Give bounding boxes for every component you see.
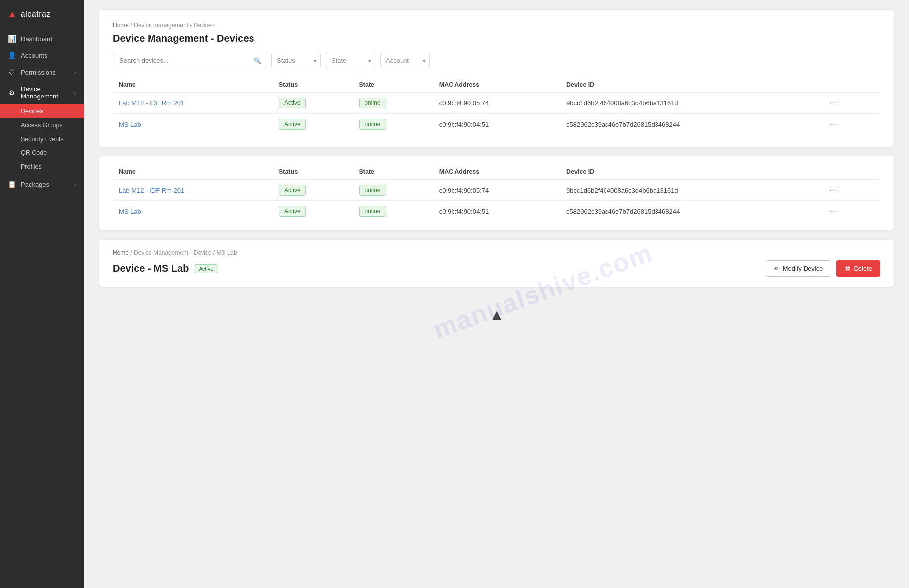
sidebar: ▲ alcatraz 📊 Dashboard 👤 Accounts 🛡 Perm… bbox=[0, 0, 84, 588]
table-row: MS Lab Active online c0:9b:f4:90:04:51 c… bbox=[113, 114, 880, 135]
modify-button-label: Modify Device bbox=[783, 265, 823, 272]
sidebar-item-permissions[interactable]: 🛡 Permissions › bbox=[0, 64, 84, 81]
device-detail-panel: Home / Device Management - Device / MS L… bbox=[99, 240, 894, 287]
sidebar-item-device-management[interactable]: ⚙ Device Management ∧ bbox=[0, 81, 84, 104]
sidebar-item-dashboard[interactable]: 📊 Dashboard bbox=[0, 30, 84, 47]
sub-item-label: Security Events bbox=[21, 136, 64, 143]
device-detail-header: Device - MS Lab Active ✏ Modify Device 🗑… bbox=[113, 260, 880, 277]
col-device-id: Device ID bbox=[560, 77, 819, 93]
status-badge: Active bbox=[279, 185, 306, 196]
search-wrapper: 🔍 bbox=[113, 53, 266, 68]
table-row: Lab M12 - IDF Rm 201 Active online c0:9b… bbox=[113, 180, 880, 201]
main-content: manualshive.com Home / Device management… bbox=[84, 0, 909, 588]
mac-address: c0:9b:f4:90:05:74 bbox=[433, 93, 560, 114]
table-row: MS Lab Active online c0:9b:f4:90:04:51 c… bbox=[113, 201, 880, 222]
breadcrumb-section: Device management - Devices bbox=[134, 22, 214, 29]
device-id: c582962c39ac46e7b7d26815d3468244 bbox=[560, 114, 819, 135]
sidebar-item-label: Device Management bbox=[21, 85, 68, 100]
col-actions bbox=[819, 77, 880, 93]
sidebar-sub-item-security-events[interactable]: Security Events bbox=[0, 132, 84, 146]
col-status-2: Status bbox=[273, 164, 354, 180]
mac-address: c0:9b:f4:90:04:51 bbox=[433, 114, 560, 135]
sub-item-label: Profiles bbox=[21, 163, 42, 170]
modify-device-button[interactable]: ✏ Modify Device bbox=[766, 260, 832, 277]
device-name-link[interactable]: MS Lab bbox=[119, 121, 141, 128]
delete-device-button[interactable]: 🗑 Delete bbox=[836, 260, 880, 277]
chevron-right-icon: › bbox=[75, 182, 76, 187]
status-filter[interactable]: Status Active Inactive bbox=[271, 53, 321, 68]
breadcrumb-home-detail[interactable]: Home bbox=[113, 249, 129, 256]
col-name-2: Name bbox=[113, 164, 273, 180]
delete-icon: 🗑 bbox=[844, 265, 851, 272]
sidebar-sub-item-devices[interactable]: Devices bbox=[0, 104, 84, 118]
mac-address: c0:9b:f4:90:05:74 bbox=[433, 180, 560, 201]
row-more-button[interactable]: ··· bbox=[825, 119, 843, 130]
device-title-row: Device - MS Lab Active bbox=[113, 263, 218, 274]
sidebar-navigation: 📊 Dashboard 👤 Accounts 🛡 Permissions › ⚙… bbox=[0, 26, 84, 196]
sidebar-sub-item-access-groups[interactable]: Access Groups bbox=[0, 118, 84, 132]
logo-text: alcatraz bbox=[21, 10, 50, 19]
device-name-link[interactable]: Lab M12 - IDF Rm 201 bbox=[119, 187, 184, 194]
bottom-logo: ▲ bbox=[99, 296, 894, 328]
logo-icon: ▲ bbox=[8, 9, 17, 19]
state-badge: online bbox=[359, 98, 386, 108]
device-id: c582962c39ac46e7b7d26815d3468244 bbox=[560, 201, 819, 222]
device-status-badge: Active bbox=[194, 264, 218, 273]
device-list-panel: Name Status State MAC Address Device ID … bbox=[99, 156, 894, 230]
breadcrumb-item-detail: MS Lab bbox=[216, 249, 237, 256]
row-more-button[interactable]: ··· bbox=[825, 98, 843, 108]
state-filter[interactable]: State Online Offline bbox=[326, 53, 375, 68]
status-badge: Active bbox=[279, 206, 306, 217]
device-id: 9bcc1d6b2f464008a6c3d4b6ba13161d bbox=[560, 180, 819, 201]
modify-icon: ✏ bbox=[774, 265, 780, 272]
col-state-2: State bbox=[354, 164, 433, 180]
state-badge: online bbox=[359, 185, 386, 196]
sidebar-item-packages[interactable]: 📋 Packages › bbox=[0, 176, 84, 193]
col-device-id-2: Device ID bbox=[560, 164, 819, 180]
col-mac-2: MAC Address bbox=[433, 164, 560, 180]
device-management-icon: ⚙ bbox=[8, 89, 16, 97]
devices-table: Name Status State MAC Address Device ID … bbox=[113, 77, 880, 135]
col-actions-2 bbox=[819, 164, 880, 180]
sidebar-sub-item-profiles[interactable]: Profiles bbox=[0, 160, 84, 174]
breadcrumb-section-detail: Device Management - Device bbox=[134, 249, 211, 256]
devices-table-2: Name Status State MAC Address Device ID … bbox=[113, 164, 880, 222]
col-mac: MAC Address bbox=[433, 77, 560, 93]
state-badge: online bbox=[359, 119, 386, 130]
sidebar-item-label: Packages bbox=[21, 181, 70, 188]
filters-row: 🔍 Status Active Inactive State Online Of… bbox=[113, 53, 880, 68]
chevron-right-icon: › bbox=[75, 70, 76, 75]
device-detail-title: Device - MS Lab bbox=[113, 263, 189, 274]
status-badge: Active bbox=[279, 98, 306, 108]
sidebar-item-label: Permissions bbox=[21, 69, 70, 76]
mac-address: c0:9b:f4:90:04:51 bbox=[433, 201, 560, 222]
sidebar-item-label: Accounts bbox=[21, 52, 76, 59]
sidebar-logo: ▲ alcatraz bbox=[0, 0, 84, 26]
chevron-down-icon: ∧ bbox=[73, 90, 76, 96]
col-state: State bbox=[354, 77, 433, 93]
search-icon: 🔍 bbox=[254, 57, 261, 64]
col-status: Status bbox=[273, 77, 354, 93]
account-filter-wrapper: Account bbox=[380, 53, 430, 68]
table-row: Lab M12 - IDF Rm 201 Active online c0:9b… bbox=[113, 93, 880, 114]
device-management-panel: Home / Device management - Devices Devic… bbox=[99, 10, 894, 147]
device-name-link[interactable]: MS Lab bbox=[119, 208, 141, 215]
account-filter[interactable]: Account bbox=[380, 53, 430, 68]
device-name-link[interactable]: Lab M12 - IDF Rm 201 bbox=[119, 99, 184, 107]
status-filter-wrapper: Status Active Inactive bbox=[271, 53, 321, 68]
packages-icon: 📋 bbox=[8, 180, 16, 188]
row-more-button[interactable]: ··· bbox=[825, 206, 843, 217]
action-buttons: ✏ Modify Device 🗑 Delete bbox=[766, 260, 880, 277]
breadcrumb-home[interactable]: Home bbox=[113, 22, 129, 29]
sub-item-label: Devices bbox=[21, 108, 43, 115]
row-more-button[interactable]: ··· bbox=[825, 185, 843, 196]
sidebar-item-label: Dashboard bbox=[21, 35, 76, 43]
sidebar-item-accounts[interactable]: 👤 Accounts bbox=[0, 47, 84, 64]
accounts-icon: 👤 bbox=[8, 51, 16, 59]
search-input[interactable] bbox=[113, 53, 266, 68]
sidebar-sub-item-qr-code[interactable]: QR Code bbox=[0, 146, 84, 160]
delete-button-label: Delete bbox=[854, 265, 872, 272]
state-badge: online bbox=[359, 206, 386, 217]
permissions-icon: 🛡 bbox=[8, 68, 16, 76]
sub-item-label: Access Groups bbox=[21, 122, 63, 129]
